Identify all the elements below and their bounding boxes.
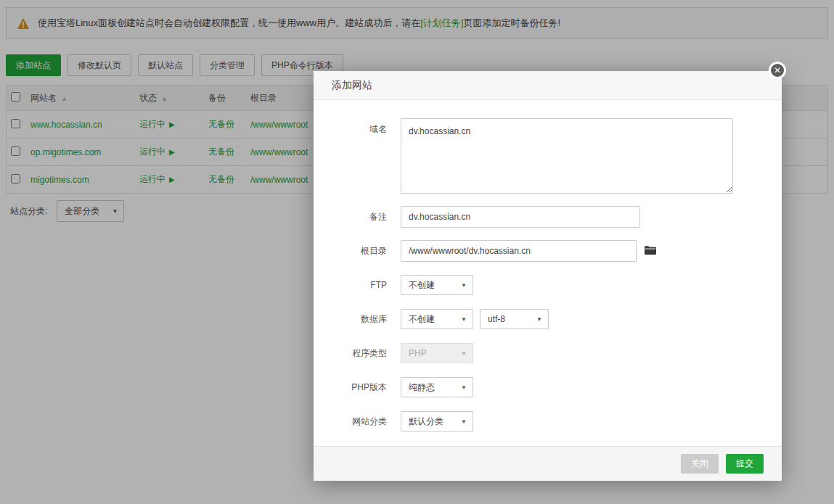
chevron-down-icon: ▼ (536, 316, 542, 323)
chevron-down-icon: ▼ (461, 384, 467, 391)
php-version-select[interactable]: 纯静态 ▼ (401, 377, 473, 397)
root-dir-label: 根目录 (314, 240, 387, 262)
app-type-select: PHP ▼ (401, 343, 473, 363)
root-dir-input[interactable] (401, 240, 637, 262)
chevron-down-icon: ▼ (461, 316, 467, 323)
close-icon[interactable]: ✕ (769, 62, 786, 79)
ftp-label: FTP (314, 274, 387, 296)
add-site-modal: ✕ 添加网站 域名 dv.hocassian.cn 备注 根目录 FTP (314, 71, 782, 481)
chevron-down-icon: ▼ (461, 418, 467, 425)
site-category-label: 网站分类 (314, 410, 387, 432)
close-button[interactable]: 关闭 (681, 454, 719, 474)
ftp-select[interactable]: 不创建 ▼ (401, 275, 473, 295)
add-site-form: 域名 dv.hocassian.cn 备注 根目录 FTP 不创建 ▼ (314, 100, 782, 446)
chevron-down-icon: ▼ (461, 282, 467, 289)
app-type-label: 程序类型 (314, 342, 387, 364)
modal-title: 添加网站 (314, 71, 782, 100)
domain-textarea[interactable]: dv.hocassian.cn (401, 118, 733, 194)
database-select[interactable]: 不创建 ▼ (401, 309, 473, 329)
database-label: 数据库 (314, 308, 387, 330)
modal-footer: 关闭 提交 (314, 446, 782, 481)
domain-label: 域名 (314, 118, 387, 140)
site-category-select[interactable]: 默认分类 ▼ (401, 411, 473, 431)
chevron-down-icon: ▼ (461, 350, 467, 357)
remark-label: 备注 (314, 206, 387, 228)
folder-icon[interactable] (645, 245, 656, 255)
php-version-label: PHP版本 (314, 376, 387, 398)
site-manager-page: 使用宝塔Linux面板创建站点时会自动创建权限配置，统一使用www用户。建站成功… (0, 0, 834, 504)
charset-select[interactable]: utf-8 ▼ (480, 309, 549, 329)
submit-button[interactable]: 提交 (726, 454, 764, 474)
remark-input[interactable] (401, 206, 640, 228)
